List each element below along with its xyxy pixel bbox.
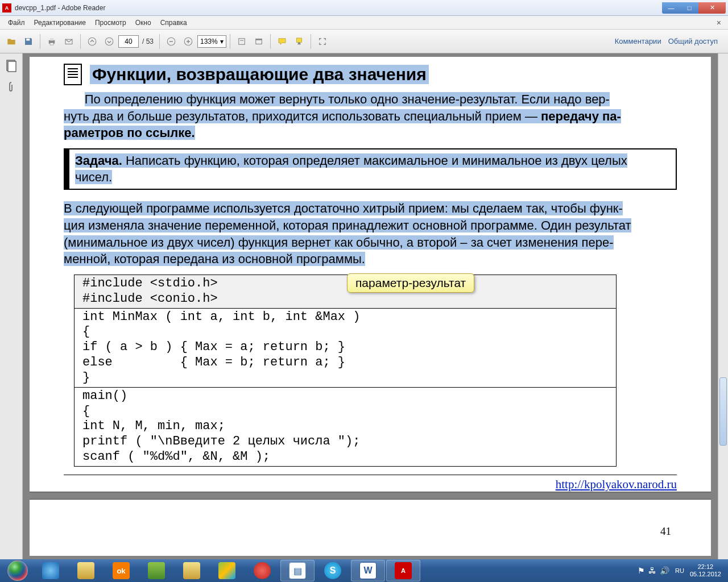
taskbar-item-adobe[interactable]: A bbox=[386, 560, 420, 581]
text: По определению функция может вернуть тол… bbox=[85, 92, 610, 106]
callout-label: параметр-результат bbox=[347, 273, 474, 293]
windows-orb-icon bbox=[7, 560, 28, 581]
menu-help[interactable]: Справка bbox=[156, 18, 192, 28]
document-viewport[interactable]: Функции, возвращающие два значения По оп… bbox=[23, 53, 718, 559]
start-button[interactable] bbox=[2, 560, 33, 581]
open-button[interactable] bbox=[3, 34, 19, 49]
paragraph-1: По определению функция может вернуть тол… bbox=[64, 91, 677, 142]
sidebar bbox=[0, 53, 23, 559]
text: нуть два и больше результатов, приходитс… bbox=[64, 109, 541, 123]
task-text: Написать функцию, которая определяет мак… bbox=[122, 153, 627, 168]
page-down-button[interactable] bbox=[101, 34, 117, 49]
text: В следующей программе используется доста… bbox=[64, 201, 623, 215]
pdf-page: Функции, возвращающие два значения По оп… bbox=[30, 57, 711, 556]
vertical-scrollbar[interactable] bbox=[718, 53, 728, 559]
taskbar-clock[interactable]: 22:12 05.12.2012 bbox=[690, 563, 721, 578]
menu-bar: Файл Редактирование Просмотр Окно Справк… bbox=[0, 16, 728, 30]
clock-time: 22:12 bbox=[690, 563, 721, 571]
toolbar-separator bbox=[80, 34, 81, 49]
svg-rect-0 bbox=[26, 38, 30, 40]
tool-btn-1[interactable] bbox=[234, 34, 250, 49]
svg-rect-3 bbox=[50, 43, 53, 45]
tool-btn-2[interactable] bbox=[251, 34, 267, 49]
thumbnails-icon[interactable] bbox=[5, 59, 18, 73]
svg-rect-15 bbox=[255, 39, 262, 40]
paragraph-2: В следующей программе используется доста… bbox=[64, 200, 677, 268]
code-includes: #include <stdio.h> #include <conio.h> bbox=[74, 275, 617, 309]
page-number-input[interactable] bbox=[118, 35, 139, 48]
svg-point-6 bbox=[105, 38, 113, 45]
window-title: devcpp_1.pdf - Adobe Reader bbox=[15, 4, 662, 12]
page-number: 41 bbox=[660, 525, 671, 538]
toolbar-separator bbox=[230, 34, 230, 49]
task-label: Задача. bbox=[75, 153, 122, 168]
page-footer: http://kpolyakov.narod.ru bbox=[64, 475, 677, 492]
tray-volume-icon[interactable]: 🔊 bbox=[660, 566, 669, 575]
page-heading: Функции, возвращающие два значения bbox=[90, 65, 429, 84]
zoom-value: 133% bbox=[200, 38, 218, 45]
taskbar-item-ok[interactable]: ok bbox=[104, 560, 138, 581]
chevron-down-icon: ▾ bbox=[220, 38, 224, 45]
comment-button[interactable] bbox=[274, 34, 290, 49]
print-button[interactable] bbox=[44, 34, 60, 49]
taskbar-item-word[interactable]: W bbox=[351, 560, 385, 581]
system-tray: ⚑ 🖧 🔊 RU 22:12 05.12.2012 bbox=[638, 563, 726, 578]
tray-icons[interactable]: ⚑ 🖧 🔊 bbox=[638, 566, 669, 575]
svg-rect-12 bbox=[238, 38, 245, 44]
svg-rect-18 bbox=[8, 61, 16, 72]
zoom-out-button[interactable] bbox=[163, 34, 179, 49]
text-bold: раметров по ссылке. bbox=[64, 126, 195, 140]
clock-date: 05.12.2012 bbox=[690, 571, 721, 578]
scrollbar-thumb[interactable] bbox=[719, 377, 727, 446]
text: (минимальное из двух чисел) функция верн… bbox=[64, 235, 614, 250]
adobe-reader-icon: A bbox=[2, 3, 11, 13]
maximize-button[interactable]: □ bbox=[680, 2, 698, 14]
toolbar-separator bbox=[40, 34, 40, 49]
taskbar-item-app2[interactable] bbox=[210, 560, 244, 581]
highlight-button[interactable] bbox=[291, 34, 307, 49]
taskbar-item-explorer[interactable] bbox=[69, 560, 103, 581]
text: менной, которая передана из основной про… bbox=[64, 252, 365, 266]
toolbar: / 53 133%▾ Комментарии Общий доступ bbox=[0, 30, 728, 53]
code-block: параметр-результат #include <stdio.h> #i… bbox=[74, 275, 617, 467]
next-page-top: 41 bbox=[30, 500, 711, 539]
save-button[interactable] bbox=[20, 34, 36, 49]
tray-network-icon[interactable]: 🖧 bbox=[648, 566, 656, 575]
svg-rect-2 bbox=[50, 38, 53, 41]
text-bold: передачу па- bbox=[541, 109, 621, 123]
share-link[interactable]: Общий доступ bbox=[668, 37, 718, 45]
footer-link[interactable]: http://kpolyakov.narod.ru bbox=[556, 477, 677, 491]
language-indicator[interactable]: RU bbox=[675, 567, 684, 574]
comments-link[interactable]: Комментарии bbox=[615, 37, 661, 45]
taskbar-item-ie[interactable] bbox=[34, 560, 68, 581]
taskbar-item-notepad[interactable]: ▤ bbox=[280, 560, 315, 581]
close-button[interactable]: ✕ bbox=[698, 2, 726, 14]
email-button[interactable] bbox=[61, 34, 77, 49]
code-main: main() { int N, M, min, max; printf ( "\… bbox=[74, 388, 617, 467]
taskbar-item-skype[interactable]: S bbox=[316, 560, 350, 581]
fullscreen-button[interactable] bbox=[315, 34, 330, 49]
menu-window[interactable]: Окно bbox=[131, 18, 156, 28]
toolbar-separator bbox=[270, 34, 271, 49]
menu-edit[interactable]: Редактирование bbox=[30, 18, 90, 28]
window-close-x[interactable]: × bbox=[713, 18, 725, 27]
toolbar-separator bbox=[159, 34, 160, 49]
svg-rect-13 bbox=[240, 40, 243, 40]
svg-rect-16 bbox=[296, 38, 301, 43]
attachments-icon[interactable] bbox=[5, 81, 18, 94]
taskbar-item-app1[interactable] bbox=[139, 560, 173, 581]
toolbar-separator bbox=[311, 34, 311, 49]
tray-flag-icon[interactable]: ⚑ bbox=[638, 566, 645, 575]
taskbar-item-opera[interactable] bbox=[245, 560, 279, 581]
svg-point-5 bbox=[88, 38, 96, 45]
main-area: Функции, возвращающие два значения По оп… bbox=[0, 53, 728, 559]
code-function: int MinMax ( int a, int b, int &Max ) { … bbox=[74, 309, 617, 388]
menu-view[interactable]: Просмотр bbox=[90, 18, 131, 28]
page-up-button[interactable] bbox=[84, 34, 100, 49]
zoom-select[interactable]: 133%▾ bbox=[197, 35, 226, 48]
taskbar-item-folder[interactable] bbox=[175, 560, 209, 581]
task-text: чисел. bbox=[75, 170, 112, 184]
zoom-in-button[interactable] bbox=[180, 34, 196, 49]
minimize-button[interactable]: — bbox=[662, 2, 680, 14]
menu-file[interactable]: Файл bbox=[3, 18, 30, 28]
